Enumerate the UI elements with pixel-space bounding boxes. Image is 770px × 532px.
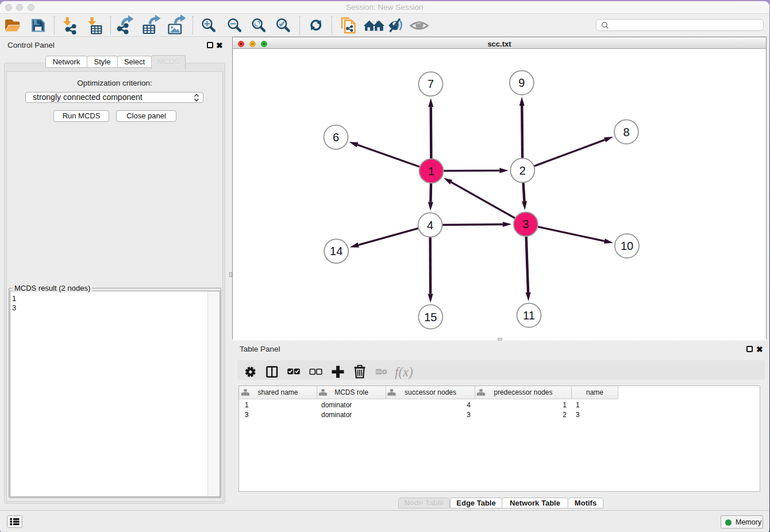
svg-text:3: 3 [522,218,529,230]
svg-text:9: 9 [518,76,525,89]
svg-text:7: 7 [428,78,434,90]
svg-text:11: 11 [523,309,535,322]
svg-text:2: 2 [519,164,526,177]
svg-text:6: 6 [333,131,339,144]
svg-text:1: 1 [428,165,434,178]
svg-text:4: 4 [427,219,433,232]
svg-text:10: 10 [621,240,633,252]
svg-text:15: 15 [424,311,437,323]
svg-text:f(x): f(x) [395,365,413,379]
svg-text:8: 8 [623,126,629,138]
svg-text:14: 14 [330,245,342,257]
